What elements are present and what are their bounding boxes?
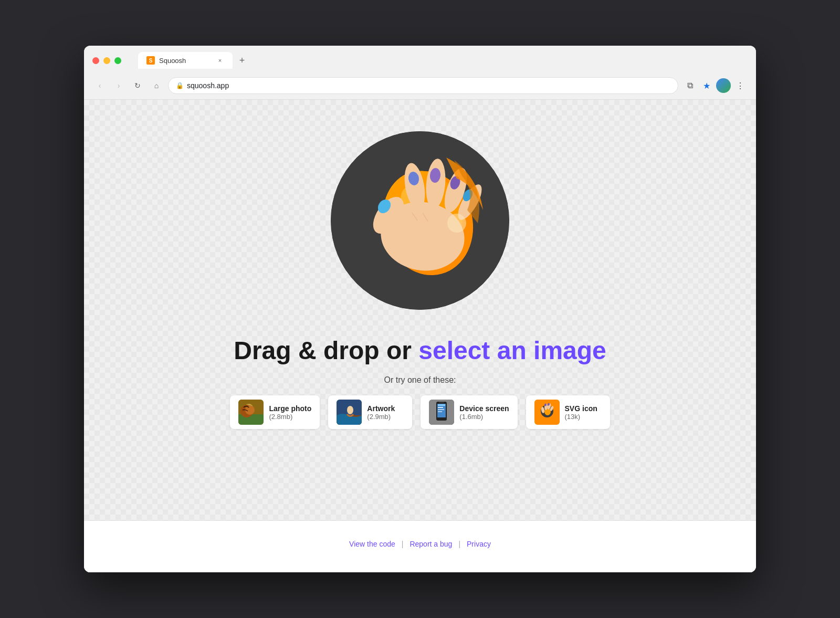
sample-large-photo[interactable]: Large photo (2.8mb) xyxy=(230,395,320,429)
reload-button[interactable]: ↻ xyxy=(130,78,145,93)
svg-rect-30 xyxy=(438,407,443,408)
external-link-button[interactable]: ⧉ xyxy=(682,78,697,93)
minimize-button[interactable] xyxy=(103,57,110,64)
report-bug-link[interactable]: Report a bug xyxy=(410,540,452,548)
browser-window: S Squoosh × + ‹ › ↻ xyxy=(84,46,756,572)
svg-rect-20 xyxy=(238,414,264,425)
svg-rect-32 xyxy=(438,411,442,412)
back-button[interactable]: ‹ xyxy=(92,78,107,93)
device-name: Device screen xyxy=(459,404,509,413)
large-photo-info: Large photo (2.8mb) xyxy=(269,404,311,421)
profile-avatar[interactable] xyxy=(716,78,731,93)
svg-point-17 xyxy=(447,214,466,233)
device-thumb xyxy=(429,400,454,425)
title-bar: S Squoosh × + xyxy=(84,46,756,73)
secure-icon: 🔒 xyxy=(176,82,184,89)
browser-chrome: S Squoosh × + ‹ › ↻ xyxy=(84,46,756,100)
artwork-size: (2.9mb) xyxy=(367,413,395,421)
sample-images-row: Large photo (2.8mb) xyxy=(230,395,610,429)
footer-divider-1: | xyxy=(402,540,404,548)
artwork-name: Artwork xyxy=(367,404,395,413)
menu-button[interactable]: ⋮ xyxy=(733,78,748,93)
large-photo-size: (2.8mb) xyxy=(269,413,311,421)
select-image-link[interactable]: select an image xyxy=(418,337,606,364)
svg-rect-33 xyxy=(439,402,444,403)
forward-button[interactable]: › xyxy=(111,78,126,93)
close-button[interactable] xyxy=(92,57,99,64)
privacy-link[interactable]: Privacy xyxy=(467,540,491,548)
bookmark-button[interactable]: ★ xyxy=(699,78,714,93)
url-display: squoosh.app xyxy=(187,81,670,90)
svg-point-25 xyxy=(347,406,353,414)
window-controls xyxy=(92,57,121,64)
tab-close-button[interactable]: × xyxy=(216,56,224,65)
active-tab[interactable]: S Squoosh × xyxy=(138,52,233,69)
omnibox[interactable]: 🔒 squoosh.app xyxy=(168,77,678,94)
main-area: Drag & drop or select an image Or try on… xyxy=(84,100,756,520)
home-button[interactable]: ⌂ xyxy=(149,78,164,93)
tab-bar: S Squoosh × + xyxy=(130,52,258,69)
tab-favicon: S xyxy=(146,56,155,65)
svg-rect-31 xyxy=(438,409,444,410)
hero-plain-text: Drag & drop or xyxy=(234,337,418,364)
squoosh-logo xyxy=(331,131,509,310)
svg-icon-size: (13k) xyxy=(565,413,597,421)
view-code-link[interactable]: View the code xyxy=(349,540,395,548)
large-photo-name: Large photo xyxy=(269,404,311,413)
sample-svg-icon[interactable]: SVG icon (13k) xyxy=(526,395,610,429)
address-bar: ‹ › ↻ ⌂ 🔒 squoosh.app ⧉ ★ xyxy=(84,73,756,99)
try-these-label: Or try one of these: xyxy=(384,375,456,385)
svg-icon-thumb xyxy=(534,400,560,425)
browser-content[interactable]: Drag & drop or select an image Or try on… xyxy=(84,100,756,572)
artwork-info: Artwork (2.9mb) xyxy=(367,404,395,421)
footer-divider-2: | xyxy=(458,540,460,548)
sample-artwork[interactable]: Artwork (2.9mb) xyxy=(328,395,412,429)
artwork-thumb xyxy=(337,400,362,425)
device-info: Device screen (1.6mb) xyxy=(459,404,509,421)
new-tab-button[interactable]: + xyxy=(235,53,249,68)
device-size: (1.6mb) xyxy=(459,413,509,421)
svg-rect-29 xyxy=(438,404,445,406)
footer-bar: View the code | Report a bug | Privacy xyxy=(84,520,756,572)
tab-title: Squoosh xyxy=(159,57,212,65)
svg-icon-name: SVG icon xyxy=(565,404,597,413)
toolbar-right: ⧉ ★ ⋮ xyxy=(682,78,748,93)
hero-text: Drag & drop or select an image xyxy=(234,336,606,365)
footer-links: View the code | Report a bug | Privacy xyxy=(349,529,491,564)
large-photo-thumb xyxy=(238,400,264,425)
svg-icon-info: SVG icon (13k) xyxy=(565,404,597,421)
maximize-button[interactable] xyxy=(114,57,121,64)
sample-device-screen[interactable]: Device screen (1.6mb) xyxy=(421,395,517,429)
